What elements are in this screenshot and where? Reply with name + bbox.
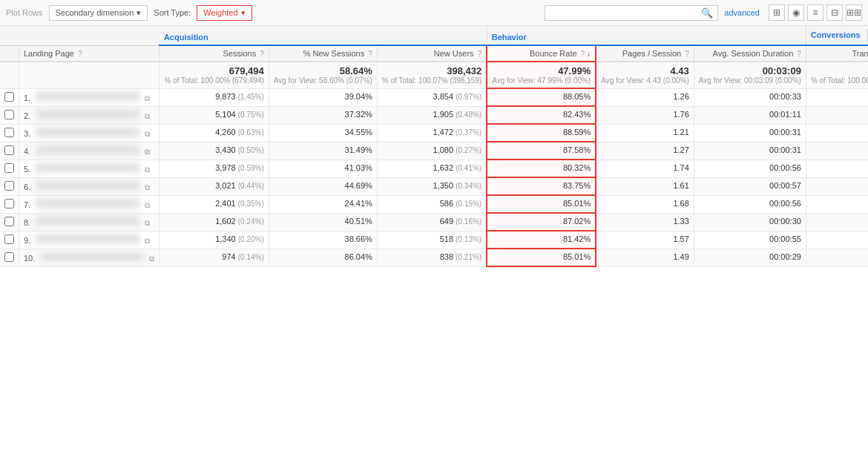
landing-page-url[interactable] <box>36 217 139 226</box>
row-bounce-rate: 81.42% <box>487 231 596 249</box>
secondary-dimension-dropdown[interactable]: Secondary dimension ▾ <box>49 5 148 21</box>
copy-icon[interactable]: ⧉ <box>145 112 150 120</box>
row-checkbox-input[interactable] <box>4 145 14 155</box>
new-users-help-icon[interactable]: ? <box>478 50 482 58</box>
row-checkbox[interactable] <box>0 106 19 124</box>
row-pages-session: 1.68 <box>596 195 694 213</box>
row-checkbox[interactable] <box>0 88 19 106</box>
row-checkbox-input[interactable] <box>4 181 14 191</box>
row-checkbox[interactable] <box>0 195 19 213</box>
copy-icon[interactable]: ⧉ <box>145 201 150 209</box>
row-number: 5. <box>24 165 30 174</box>
pages-session-header[interactable]: Pages / Session ? <box>596 45 694 62</box>
landing-page-url[interactable] <box>40 252 144 261</box>
bounce-rate-help-icon[interactable]: ? <box>581 50 585 58</box>
transactions-header[interactable]: Transactions ? <box>806 45 868 62</box>
table-row: 5. ⧉ 3,978 (0.59%) 41.03% 1,632 (0.41%) … <box>0 160 868 177</box>
pages-session-help-icon[interactable]: ? <box>685 50 689 58</box>
row-landing-page: 8. ⧉ <box>19 213 160 231</box>
row-transactions: 4 (0.02%) <box>806 231 868 249</box>
avg-duration-header[interactable]: Avg. Session Duration ? <box>694 45 806 62</box>
table-row: 4. ⧉ 3,430 (0.50%) 31.49% 1,080 (0.27%) … <box>0 142 868 160</box>
row-pages-session: 1.57 <box>596 231 694 249</box>
sessions-header[interactable]: Sessions ? <box>160 45 269 62</box>
copy-icon[interactable]: ⧉ <box>145 183 150 191</box>
advanced-link[interactable]: advanced <box>724 8 760 17</box>
table-row: 2. ⧉ 5,104 (0.75%) 37.32% 1,905 (0.48%) … <box>0 106 868 124</box>
row-checkbox-input[interactable] <box>4 163 14 173</box>
row-checkbox-input[interactable] <box>4 199 14 209</box>
row-transactions: 16 (0.08%) <box>806 177 868 195</box>
table-row: 7. ⧉ 2,401 (0.35%) 24.41% 586 (0.15%) 85… <box>0 195 868 213</box>
copy-icon[interactable]: ⧉ <box>145 237 150 245</box>
table-row: 1. ⧉ 9,873 (1.45%) 39.04% 3,854 (0.97%) … <box>0 88 868 106</box>
row-checkbox-input[interactable] <box>4 92 14 102</box>
row-checkbox[interactable] <box>0 142 19 160</box>
row-sessions: 3,978 (0.59%) <box>160 160 269 177</box>
row-new-sessions: 44.69% <box>269 177 377 195</box>
search-icon[interactable]: 🔍 <box>701 7 713 19</box>
pivot-view-icon[interactable]: ⊞⊞ <box>846 4 862 21</box>
row-number: 8. <box>24 218 30 227</box>
row-new-sessions: 31.49% <box>269 142 377 160</box>
avg-duration-help-icon[interactable]: ? <box>797 50 801 58</box>
new-users-header[interactable]: New Users ? <box>377 45 487 62</box>
row-number: 10. <box>24 254 35 263</box>
row-checkbox[interactable] <box>0 160 19 177</box>
compare-view-icon[interactable]: ⊟ <box>826 4 843 21</box>
sessions-help-icon[interactable]: ? <box>260 50 264 58</box>
row-checkbox-input[interactable] <box>4 252 14 262</box>
new-sessions-help-icon[interactable]: ? <box>368 50 372 58</box>
row-checkbox-input[interactable] <box>4 217 14 226</box>
landing-page-url[interactable] <box>36 92 139 101</box>
landing-page-url[interactable] <box>36 234 139 243</box>
row-number: 6. <box>24 183 30 191</box>
row-checkbox[interactable] <box>0 249 19 266</box>
row-avg-duration: 00:00:55 <box>694 231 806 249</box>
row-checkbox[interactable] <box>0 213 19 231</box>
landing-page-url[interactable] <box>36 181 139 190</box>
summary-new-users: 398,432 % of Total: 100.07% (398,159) <box>377 62 487 88</box>
copy-icon[interactable]: ⧉ <box>145 165 150 174</box>
weighted-dropdown[interactable]: Weighted ▾ <box>197 5 251 21</box>
row-new-users: 649 (0.16%) <box>377 213 487 231</box>
landing-page-url[interactable] <box>36 110 139 119</box>
new-sessions-header[interactable]: % New Sessions ? <box>269 45 377 62</box>
row-bounce-rate: 80.32% <box>487 160 596 177</box>
row-checkbox-input[interactable] <box>4 234 14 244</box>
copy-icon[interactable]: ⧉ <box>149 255 154 263</box>
summary-new-sessions: 58.64% Avg for View: 58.60% (0.07%) <box>269 62 377 88</box>
copy-icon[interactable]: ⧉ <box>145 148 150 156</box>
copy-icon[interactable]: ⧉ <box>145 130 150 138</box>
row-transactions: 4 (0.02%) <box>806 213 868 231</box>
landing-page-url[interactable] <box>36 145 139 154</box>
landing-page-help-icon[interactable]: ? <box>78 50 82 58</box>
row-sessions: 3,021 (0.44%) <box>160 177 269 195</box>
row-checkbox[interactable] <box>0 124 19 142</box>
row-checkbox[interactable] <box>0 177 19 195</box>
row-transactions: 45 (0.23%) <box>806 160 868 177</box>
row-checkbox-input[interactable] <box>4 128 14 137</box>
row-new-users: 1,350 (0.34%) <box>377 177 487 195</box>
summary-bounce-rate: 47.99% Avg for View: 47.99% (0.00%) <box>487 62 596 88</box>
row-sessions: 3,430 (0.50%) <box>160 142 269 160</box>
copy-icon[interactable]: ⧉ <box>145 219 150 227</box>
grid-view-icon[interactable]: ⊞ <box>769 4 785 21</box>
landing-page-url[interactable] <box>36 128 139 137</box>
pie-view-icon[interactable]: ◉ <box>788 4 804 21</box>
row-new-sessions: 86.04% <box>269 249 377 266</box>
landing-page-url[interactable] <box>36 199 139 208</box>
row-pages-session: 1.76 <box>596 106 694 124</box>
row-checkbox[interactable] <box>0 231 19 249</box>
bar-view-icon[interactable]: ≡ <box>807 4 823 21</box>
table-row: 10. ⧉ 974 (0.14%) 86.04% 838 (0.21%) 85.… <box>0 249 868 266</box>
search-input[interactable] <box>550 8 698 17</box>
row-bounce-rate: 85.01% <box>487 249 596 266</box>
row-pages-session: 1.74 <box>596 160 694 177</box>
copy-icon[interactable]: ⧉ <box>145 94 150 102</box>
row-checkbox-input[interactable] <box>4 110 14 119</box>
bounce-rate-header[interactable]: Bounce Rate ? ↓ <box>487 45 596 62</box>
landing-page-url[interactable] <box>36 163 139 172</box>
row-bounce-rate: 87.02% <box>487 213 596 231</box>
row-new-users: 1,905 (0.48%) <box>377 106 487 124</box>
